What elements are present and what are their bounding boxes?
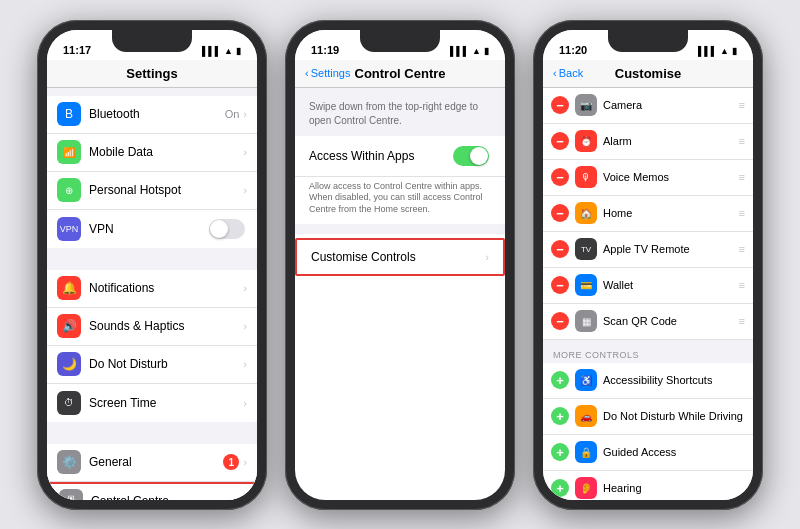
bluetooth-label: Bluetooth (89, 107, 225, 121)
settings-sounds[interactable]: 🔊 Sounds & Haptics › (47, 308, 257, 346)
general-badge: 1 (223, 454, 239, 470)
nav-bar-3: ‹ Back Customise (543, 60, 753, 88)
cust-appletv[interactable]: − TV Apple TV Remote ≡ (543, 232, 753, 268)
chevron-icon: › (243, 282, 247, 294)
mobile-data-label: Mobile Data (89, 145, 243, 159)
settings-list: B Bluetooth On › 📶 Mobile Data › ⊕ Perso… (47, 88, 257, 500)
remove-btn[interactable]: − (551, 276, 569, 294)
wifi-icon: ▲ (224, 46, 233, 56)
drag-icon: ≡ (739, 207, 745, 219)
remove-btn[interactable]: − (551, 96, 569, 114)
remove-btn[interactable]: − (551, 204, 569, 222)
notifications-label: Notifications (89, 281, 243, 295)
chevron-icon: › (485, 251, 489, 263)
cust-guided[interactable]: + 🔒 Guided Access (543, 435, 753, 471)
page-title-3: Customise (615, 66, 681, 81)
cc-access-label: Access Within Apps (309, 149, 414, 163)
cc-customise-row[interactable]: Customise Controls › (295, 238, 505, 276)
remove-btn[interactable]: − (551, 240, 569, 258)
general-label: General (89, 455, 223, 469)
cust-home[interactable]: − 🏠 Home ≡ (543, 196, 753, 232)
settings-general[interactable]: ⚙️ General 1 › (47, 444, 257, 482)
cust-alarm[interactable]: − ⏰ Alarm ≡ (543, 124, 753, 160)
vpn-icon: VPN (57, 217, 81, 241)
battery-icon: ▮ (236, 46, 241, 56)
alarm-icon: ⏰ (575, 130, 597, 152)
cust-voice-memos[interactable]: − 🎙 Voice Memos ≡ (543, 160, 753, 196)
hearing-label: Hearing (603, 482, 745, 494)
phone-1-screen: 11:17 ▌▌▌ ▲ ▮ Settings B Bluetooth On › (47, 30, 257, 500)
cc-access-row[interactable]: Access Within Apps (295, 136, 505, 177)
cc-access-section: Access Within Apps Allow access to Contr… (295, 136, 505, 224)
settings-dnd[interactable]: 🌙 Do Not Disturb › (47, 346, 257, 384)
add-btn[interactable]: + (551, 479, 569, 497)
access-toggle[interactable] (453, 146, 489, 166)
battery-icon: ▮ (484, 46, 489, 56)
alarm-label: Alarm (603, 135, 739, 147)
settings-control-centre[interactable]: 🎛 Control Centre › (47, 482, 257, 500)
vpn-toggle[interactable] (209, 219, 245, 239)
time-2: 11:19 (311, 44, 339, 56)
chevron-icon: › (243, 456, 247, 468)
camera-icon: 📷 (575, 94, 597, 116)
add-btn[interactable]: + (551, 371, 569, 389)
gap (295, 224, 505, 234)
settings-scroll: B Bluetooth On › 📶 Mobile Data › ⊕ Perso… (47, 88, 257, 500)
bluetooth-value: On (225, 108, 240, 120)
home-icon: 🏠 (575, 202, 597, 224)
remove-btn[interactable]: − (551, 132, 569, 150)
phone-2: 11:19 ▌▌▌ ▲ ▮ ‹ Settings Control Centre … (285, 20, 515, 510)
settings-screen-time[interactable]: ⏱ Screen Time › (47, 384, 257, 422)
add-btn[interactable]: + (551, 407, 569, 425)
settings-notifications[interactable]: 🔔 Notifications › (47, 270, 257, 308)
settings-mobile-data[interactable]: 📶 Mobile Data › (47, 134, 257, 172)
chevron-left-icon: ‹ (305, 67, 309, 79)
cust-accessibility[interactable]: + ♿ Accessibility Shortcuts (543, 363, 753, 399)
dnd-driving-label: Do Not Disturb While Driving (603, 410, 745, 422)
dnd-driving-icon: 🚗 (575, 405, 597, 427)
cust-dnd-driving[interactable]: + 🚗 Do Not Disturb While Driving (543, 399, 753, 435)
wallet-icon: 💳 (575, 274, 597, 296)
section-gap (47, 88, 257, 96)
dnd-label: Do Not Disturb (89, 357, 243, 371)
more-controls-header: MORE CONTROLS (543, 340, 753, 363)
mobile-data-icon: 📶 (57, 140, 81, 164)
sounds-label: Sounds & Haptics (89, 319, 243, 333)
cc-customise-label: Customise Controls (311, 250, 416, 264)
time-3: 11:20 (559, 44, 587, 56)
settings-vpn[interactable]: VPN VPN (47, 210, 257, 248)
camera-label: Camera (603, 99, 739, 111)
cust-qr[interactable]: − ▦ Scan QR Code ≡ (543, 304, 753, 340)
drag-icon: ≡ (739, 171, 745, 183)
chevron-icon: › (241, 495, 245, 500)
notifications-icon: 🔔 (57, 276, 81, 300)
bluetooth-icon: B (57, 102, 81, 126)
remove-btn[interactable]: − (551, 312, 569, 330)
cc-description: Swipe down from the top-right edge to op… (295, 88, 505, 136)
guided-label: Guided Access (603, 446, 745, 458)
notch-3 (608, 30, 688, 52)
cust-hearing[interactable]: + 👂 Hearing (543, 471, 753, 500)
sounds-icon: 🔊 (57, 314, 81, 338)
section-gap (47, 422, 257, 444)
add-btn[interactable]: + (551, 443, 569, 461)
customise-scroll: − 📷 Camera ≡ − ⏰ Alarm ≡ − 🎙 Voice Memos… (543, 88, 753, 500)
drag-icon: ≡ (739, 99, 745, 111)
cust-camera[interactable]: − 📷 Camera ≡ (543, 88, 753, 124)
remove-btn[interactable]: − (551, 168, 569, 186)
nav-bar-2: ‹ Settings Control Centre (295, 60, 505, 88)
back-button-3[interactable]: ‹ Back (553, 67, 583, 79)
qr-label: Scan QR Code (603, 315, 739, 327)
voice-memos-label: Voice Memos (603, 171, 739, 183)
settings-personal-hotspot[interactable]: ⊕ Personal Hotspot › (47, 172, 257, 210)
cust-wallet[interactable]: − 💳 Wallet ≡ (543, 268, 753, 304)
page-title-1: Settings (126, 66, 177, 81)
qr-icon: ▦ (575, 310, 597, 332)
screen-time-label: Screen Time (89, 396, 243, 410)
settings-bluetooth[interactable]: B Bluetooth On › (47, 96, 257, 134)
back-button-2[interactable]: ‹ Settings (305, 67, 350, 79)
chevron-icon: › (243, 146, 247, 158)
control-centre-icon: 🎛 (59, 489, 83, 500)
cc-content: Swipe down from the top-right edge to op… (295, 88, 505, 500)
chevron-icon: › (243, 108, 247, 120)
